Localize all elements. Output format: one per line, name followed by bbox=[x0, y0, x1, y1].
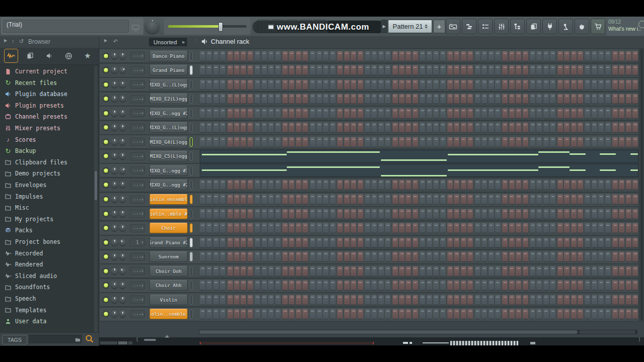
step-cell[interactable] bbox=[310, 137, 315, 147]
step-cell[interactable] bbox=[392, 252, 398, 261]
step-cell[interactable] bbox=[392, 123, 398, 132]
step-cell[interactable] bbox=[289, 51, 294, 61]
step-cell[interactable] bbox=[536, 65, 542, 75]
step-cell[interactable] bbox=[550, 309, 555, 319]
volume-knob[interactable] bbox=[119, 282, 126, 289]
rack-menu-arrow-icon[interactable]: ▶ bbox=[104, 38, 107, 43]
step-cell[interactable] bbox=[495, 51, 501, 61]
step-cell[interactable] bbox=[206, 223, 212, 233]
step-cell[interactable] bbox=[516, 94, 521, 104]
step-cell[interactable] bbox=[248, 51, 253, 61]
step-cell[interactable] bbox=[447, 51, 453, 61]
step-cell[interactable] bbox=[365, 180, 370, 190]
step-cell[interactable] bbox=[467, 238, 473, 247]
step-cell[interactable] bbox=[571, 94, 577, 104]
step-cell[interactable] bbox=[475, 51, 480, 61]
step-cell[interactable] bbox=[557, 94, 563, 104]
piano-roll-preview[interactable] bbox=[200, 150, 638, 163]
step-cell[interactable] bbox=[227, 209, 233, 219]
step-cell[interactable] bbox=[200, 137, 205, 147]
step-cell[interactable] bbox=[626, 80, 631, 89]
step-cell[interactable] bbox=[413, 137, 418, 147]
step-cell[interactable] bbox=[632, 266, 638, 276]
step-cell[interactable] bbox=[536, 195, 542, 204]
pan-knob[interactable] bbox=[111, 253, 118, 260]
step-cell[interactable] bbox=[378, 180, 384, 190]
step-cell[interactable] bbox=[550, 238, 555, 247]
step-cell[interactable] bbox=[358, 295, 363, 305]
step-cell[interactable] bbox=[406, 238, 411, 247]
step-cell[interactable] bbox=[275, 309, 281, 319]
channel-enable-led[interactable] bbox=[104, 111, 108, 116]
step-cell[interactable] bbox=[323, 266, 329, 276]
step-cell[interactable] bbox=[227, 281, 233, 290]
step-cell[interactable] bbox=[227, 51, 233, 61]
step-cell[interactable] bbox=[200, 109, 205, 118]
mixer-track-display[interactable]: --- bbox=[130, 80, 145, 88]
step-cell[interactable] bbox=[240, 109, 246, 118]
step-cell[interactable] bbox=[323, 238, 329, 247]
step-cell[interactable] bbox=[262, 252, 267, 261]
step-cell[interactable] bbox=[227, 109, 233, 118]
step-cell[interactable] bbox=[351, 80, 356, 89]
step-cell[interactable] bbox=[371, 80, 377, 89]
step-cell[interactable] bbox=[467, 223, 473, 233]
browser-menu-arrow-icon[interactable]: ▶ bbox=[4, 38, 7, 43]
step-cell[interactable] bbox=[481, 309, 487, 319]
step-cell[interactable] bbox=[413, 295, 418, 305]
step-cell[interactable] bbox=[289, 80, 294, 89]
step-cell[interactable] bbox=[592, 195, 597, 204]
step-cell[interactable] bbox=[536, 180, 542, 190]
toolbar-mixer-button[interactable] bbox=[494, 19, 509, 34]
step-cell[interactable] bbox=[461, 238, 466, 247]
step-cell[interactable] bbox=[234, 123, 239, 132]
step-cell[interactable] bbox=[406, 51, 411, 61]
step-cell[interactable] bbox=[406, 123, 411, 132]
step-cell[interactable] bbox=[296, 266, 301, 276]
step-cell[interactable] bbox=[516, 51, 521, 61]
step-cell[interactable] bbox=[557, 180, 563, 190]
step-cell[interactable] bbox=[262, 295, 267, 305]
step-cell[interactable] bbox=[557, 209, 563, 219]
volume-knob[interactable] bbox=[119, 239, 126, 246]
step-cell[interactable] bbox=[351, 195, 356, 204]
step-cell[interactable] bbox=[536, 51, 542, 61]
pan-knob[interactable] bbox=[111, 153, 118, 159]
browser-item-clipboard-files[interactable]: Clipboard files bbox=[0, 157, 94, 168]
step-cell[interactable] bbox=[365, 309, 370, 319]
step-cell[interactable] bbox=[592, 309, 597, 319]
step-cell[interactable] bbox=[344, 180, 350, 190]
step-cell[interactable] bbox=[413, 252, 418, 261]
step-cell[interactable] bbox=[310, 295, 315, 305]
step-cell[interactable] bbox=[461, 252, 466, 261]
step-cell[interactable] bbox=[413, 109, 418, 118]
step-cell[interactable] bbox=[564, 209, 570, 219]
step-cell[interactable] bbox=[571, 252, 577, 261]
step-cell[interactable] bbox=[543, 109, 549, 118]
step-cell[interactable] bbox=[344, 195, 350, 204]
step-cell[interactable] bbox=[200, 209, 205, 219]
step-cell[interactable] bbox=[255, 252, 260, 261]
step-cell[interactable] bbox=[323, 295, 329, 305]
step-cell[interactable] bbox=[509, 266, 515, 276]
step-cell[interactable] bbox=[399, 281, 405, 290]
step-cell[interactable] bbox=[262, 223, 267, 233]
step-cell[interactable] bbox=[213, 195, 219, 204]
step-cell[interactable] bbox=[612, 252, 618, 261]
step-cell[interactable] bbox=[571, 281, 577, 290]
step-cell[interactable] bbox=[351, 252, 356, 261]
step-cell[interactable] bbox=[220, 137, 225, 147]
step-cell[interactable] bbox=[550, 65, 555, 75]
step-cell[interactable] bbox=[481, 65, 487, 75]
step-cell[interactable] bbox=[420, 109, 425, 118]
step-cell[interactable] bbox=[543, 238, 549, 247]
browser-up-icon[interactable]: ↑ bbox=[12, 38, 15, 44]
step-cell[interactable] bbox=[282, 137, 288, 147]
volume-knob[interactable] bbox=[119, 110, 126, 117]
step-cell[interactable] bbox=[550, 109, 555, 118]
step-cell[interactable] bbox=[543, 51, 549, 61]
step-cell[interactable] bbox=[302, 137, 308, 147]
step-cell[interactable] bbox=[454, 65, 459, 75]
step-cell[interactable] bbox=[619, 123, 624, 132]
step-cell[interactable] bbox=[447, 94, 453, 104]
